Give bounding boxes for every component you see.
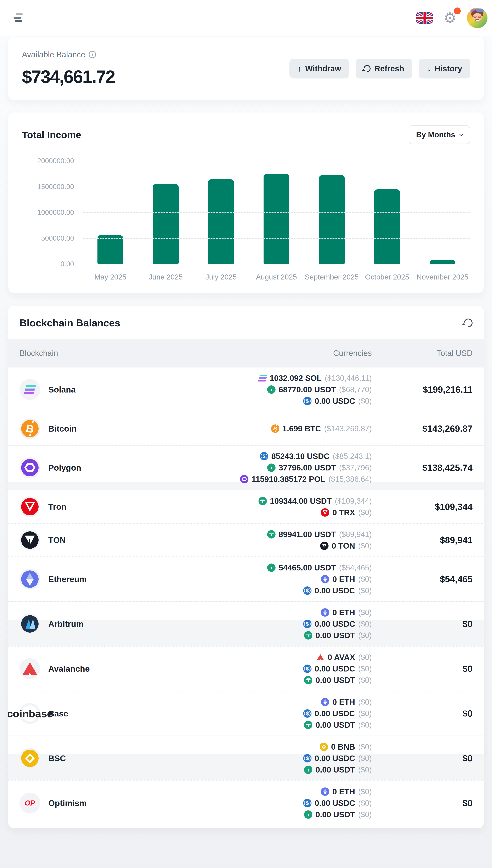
table-row: TON89941.00 USDT($89,941)0 TON($0)$89,94… (8, 523, 484, 556)
blockchain-cell: Base (20, 703, 236, 724)
table-refresh-icon[interactable] (462, 317, 474, 329)
currency-amount: 0.00 USDT (316, 676, 355, 685)
currency-line: 109344.00 USDT($109,344) (259, 496, 372, 506)
currency-line: 54465.00 USDT($54,465) (267, 563, 372, 572)
currency-line: 0.00 USDT($0) (304, 765, 372, 774)
total-usd-value: $0 (372, 753, 472, 763)
currencies-cell: 1032.092 SOL($130,446.11)68770.00 USDT($… (236, 373, 372, 406)
currency-amount: 109344.00 USDT (270, 496, 331, 506)
history-button[interactable]: ↓ History (419, 59, 470, 78)
currency-amount: 0.00 USDC (315, 586, 355, 595)
solana-icon (24, 385, 36, 394)
currency-amount: 68770.00 USDT (279, 385, 336, 394)
bitcoin-icon (271, 424, 279, 433)
bitcoin-icon (21, 420, 39, 437)
income-bar[interactable] (264, 174, 289, 264)
chain-icon-wrap (20, 530, 40, 551)
usdc-icon (303, 397, 312, 405)
currency-amount: 0 TON (331, 541, 355, 551)
blockchain-cell: BSC (20, 748, 236, 769)
currency-usd-value: ($0) (358, 631, 372, 640)
usdt-icon (267, 386, 275, 394)
gridline (83, 161, 470, 161)
income-bar[interactable] (319, 175, 345, 264)
x-tick-label: August 2025 (249, 273, 304, 281)
table-row: Base0 ETH($0)0.00 USDC($0)0.00 USDT($0)$… (8, 691, 484, 736)
info-icon[interactable]: i (89, 51, 96, 58)
bnb-icon (21, 749, 39, 767)
y-tick-label: 2000000.00 (22, 157, 74, 165)
settings-gear-icon[interactable]: ⚙ (442, 10, 458, 26)
currency-amount: 0 BNB (331, 742, 355, 752)
currency-line: 0.00 USDC($0) (303, 664, 372, 674)
currency-amount: 0.00 USDC (315, 709, 355, 718)
currency-usd-value: ($89,941) (339, 530, 372, 539)
user-avatar[interactable] (467, 8, 488, 28)
currency-line: 1032.092 SOL($130,446.11) (259, 373, 372, 383)
hamburger-menu-icon[interactable] (12, 11, 25, 24)
total-usd-value: $0 (372, 663, 472, 674)
usdt-icon (304, 810, 312, 819)
currency-amount: 0.00 USDT (316, 631, 355, 640)
income-bar[interactable] (374, 189, 400, 264)
currency-line: 0.00 USDC($0) (303, 619, 372, 629)
avatar-image (468, 8, 470, 12)
currency-line: 0 ETH($0) (321, 787, 372, 796)
usdt-icon (267, 530, 275, 538)
currency-usd-value: ($37,796) (339, 463, 372, 472)
currency-line: 0 BNB($0) (320, 742, 372, 752)
usdt-icon (304, 721, 312, 729)
currency-amount: 0 ETH (333, 608, 355, 617)
table-body: Solana1032.092 SOL($130,446.11)68770.00 … (8, 368, 484, 825)
refresh-button[interactable]: Refresh (355, 59, 412, 78)
y-tick-label: 500000.00 (22, 234, 74, 242)
currency-line: 0.00 USDC($0) (303, 709, 372, 718)
chain-icon-wrap (20, 379, 40, 400)
currency-line: 0 ETH($0) (321, 698, 372, 707)
income-bar[interactable] (208, 179, 234, 264)
column-currencies: Currencies (236, 348, 372, 358)
blockchain-cell: TON (20, 530, 236, 551)
x-tick-label: May 2025 (83, 273, 138, 281)
x-tick-label: November 2025 (415, 273, 470, 281)
chain-icon-wrap (20, 569, 40, 589)
chain-icon-wrap (20, 496, 40, 517)
gridline (83, 264, 470, 264)
currencies-cell: 85243.10 USDC($85,243.1)37796.00 USDT($3… (236, 451, 372, 484)
table-row: Polygon85243.10 USDC($85,243.1)37796.00 … (8, 445, 484, 490)
currency-amount: 0.00 USDC (315, 396, 355, 406)
uk-flag-icon[interactable] (416, 12, 433, 24)
usdc-icon (303, 664, 312, 673)
currency-usd-value: ($109,344) (335, 497, 372, 505)
currency-usd-value: ($0) (358, 586, 372, 595)
currency-usd-value: ($0) (358, 720, 372, 729)
currency-line: 0.00 USDT($0) (304, 631, 372, 640)
usdc-icon (303, 799, 312, 807)
currency-usd-value: ($0) (358, 787, 372, 796)
chain-icon-wrap (20, 793, 40, 814)
blockchain-name: BSC (48, 754, 66, 763)
table-row: Optimism0 ETH($0)0.00 USDC($0)0.00 USDT(… (8, 780, 484, 825)
chain-icon-wrap (20, 748, 40, 769)
period-selector-dropdown[interactable]: By Months (409, 125, 470, 144)
income-bar[interactable] (97, 235, 123, 264)
currency-usd-value: ($0) (358, 608, 372, 617)
currency-amount: 37796.00 USDT (279, 463, 336, 472)
currency-line: 37796.00 USDT($37,796) (267, 463, 372, 472)
solana-icon (258, 375, 267, 382)
table-row: BSC0 BNB($0)0.00 USDC($0)0.00 USDT($0)$0 (8, 736, 484, 780)
income-bar[interactable] (429, 260, 456, 264)
bnb-icon (320, 743, 328, 751)
optimism-icon (21, 794, 39, 812)
y-axis: 2000000.001500000.001000000.00500000.000… (22, 161, 74, 264)
usdt-icon (304, 631, 312, 639)
currency-usd-value: ($0) (358, 575, 372, 583)
income-bar[interactable] (153, 184, 179, 264)
withdraw-button[interactable]: ↑ Withdraw (290, 59, 349, 78)
currency-usd-value: ($0) (358, 742, 372, 751)
currency-line: 0 TON($0) (320, 541, 372, 551)
top-bar: ⚙ (0, 0, 492, 35)
available-balance-amount: $734,661.72 (22, 67, 115, 87)
blockchain-cell: Arbitrum (20, 613, 236, 634)
blockchain-name: Avalanche (48, 664, 90, 674)
